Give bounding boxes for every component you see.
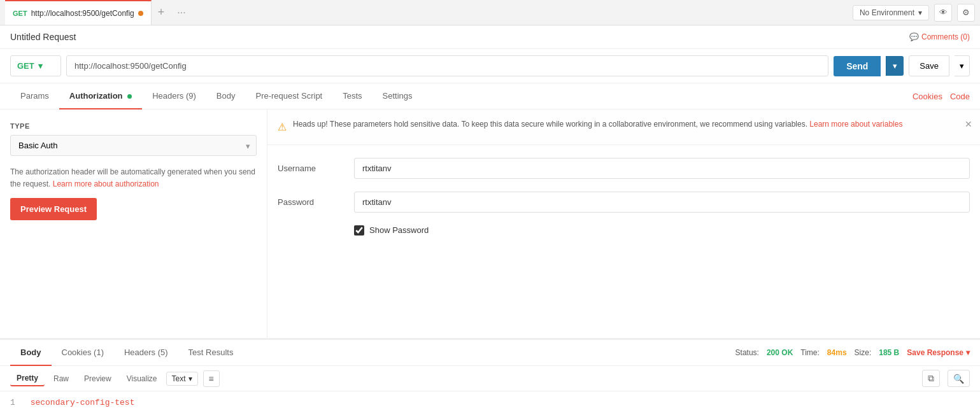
type-label: TYPE <box>10 122 257 130</box>
password-input[interactable] <box>354 192 970 213</box>
username-input[interactable] <box>354 158 970 179</box>
tab-body[interactable]: Body <box>206 83 246 109</box>
learn-more-auth-link[interactable]: Learn more about authorization <box>53 179 159 188</box>
time-value: 84ms <box>827 348 847 357</box>
main-content: TYPE Basic Auth The authorization header… <box>0 109 980 339</box>
tab-prerequest[interactable]: Pre-request Script <box>245 83 332 109</box>
tab-bar-right: No Environment ▾ 👁 ⚙ <box>853 4 975 22</box>
method-label: GET <box>17 61 34 71</box>
request-title: Untitled Request <box>10 32 76 42</box>
tab-bar: GET http://localhost:9500/getConfig + ··… <box>0 0 980 25</box>
format-label: Text <box>172 374 186 383</box>
response-tab-body[interactable]: Body <box>10 340 52 366</box>
tab-method: GET <box>13 10 27 17</box>
response-meta: Status: 200 OK Time: 84ms Size: 185 B Sa… <box>735 348 970 357</box>
username-field-row: Username <box>278 158 970 179</box>
eye-icon: 👁 <box>939 8 948 17</box>
cookies-link[interactable]: Cookies <box>913 92 942 101</box>
save-button[interactable]: Save <box>909 55 949 76</box>
wrap-icon: ≡ <box>209 374 214 384</box>
response-format-bar: Pretty Raw Preview Visualize Text ▾ ≡ ⧉ … <box>0 366 980 391</box>
gear-icon-button[interactable]: ⚙ <box>957 4 975 22</box>
save-dropdown-button[interactable]: ▾ <box>955 55 970 76</box>
add-tab-button[interactable]: + <box>152 6 171 19</box>
comment-icon: 💬 <box>909 32 919 41</box>
send-button[interactable]: Send <box>834 56 881 76</box>
more-tabs-button[interactable]: ··· <box>171 7 192 18</box>
username-label: Username <box>278 164 354 173</box>
tab-modified-dot <box>138 11 143 16</box>
comments-label: Comments (0) <box>921 32 970 41</box>
line-number: 1 <box>10 398 15 407</box>
tab-authorization[interactable]: Authorization <box>59 83 142 109</box>
sensitive-data-alert: ⚠ Heads up! These parameters hold sensit… <box>267 109 980 145</box>
tab-settings[interactable]: Settings <box>373 83 423 109</box>
size-label: Size: <box>855 348 872 357</box>
response-tabs-nav: Body Cookies (1) Headers (5) Test Result… <box>0 340 980 366</box>
tabs-nav-left: Params Authorization Headers (9) Body Pr… <box>10 83 913 109</box>
save-response-button[interactable]: Save Response ▾ <box>907 348 970 357</box>
gear-icon: ⚙ <box>962 8 970 17</box>
env-chevron-icon: ▾ <box>918 8 922 17</box>
auth-fields: Username Password Show Password <box>267 145 980 248</box>
auth-right-panel: ⚠ Heads up! These parameters hold sensit… <box>267 109 980 338</box>
eye-icon-button[interactable]: 👁 <box>934 4 952 22</box>
format-select[interactable]: Text ▾ <box>166 372 198 386</box>
fmt-tab-preview[interactable]: Preview <box>78 372 118 386</box>
time-label: Time: <box>800 348 820 357</box>
show-password-checkbox[interactable] <box>354 225 364 236</box>
env-label: No Environment <box>860 8 914 17</box>
bottom-section: Body Cookies (1) Headers (5) Test Result… <box>0 339 980 414</box>
save-response-chevron-icon: ▾ <box>966 348 970 357</box>
show-password-row: Show Password <box>354 225 970 236</box>
auth-left-panel: TYPE Basic Auth The authorization header… <box>0 109 267 338</box>
password-field-row: Password <box>278 192 970 213</box>
type-select[interactable]: Basic Auth <box>10 135 257 156</box>
tabs-nav-right: Cookies Code <box>913 92 970 101</box>
show-password-label: Show Password <box>369 225 429 235</box>
response-tab-cookies[interactable]: Cookies (1) <box>52 340 114 366</box>
size-value: 185 B <box>879 348 899 357</box>
type-select-wrapper: Basic Auth <box>10 135 257 156</box>
search-icon: 🔍 <box>953 374 964 384</box>
comments-button[interactable]: 💬 Comments (0) <box>909 32 970 41</box>
send-dropdown-button[interactable]: ▾ <box>886 56 904 76</box>
wrap-lines-button[interactable]: ≡ <box>203 370 220 387</box>
fmt-tab-pretty[interactable]: Pretty <box>10 371 45 386</box>
copy-response-button[interactable]: ⧉ <box>922 370 940 387</box>
preview-request-button[interactable]: Preview Request <box>10 198 97 220</box>
response-body: 1 secondary-config-test <box>0 391 980 414</box>
request-title-bar: Untitled Request 💬 Comments (0) <box>0 25 980 49</box>
learn-more-variables-link[interactable]: Learn more about variables <box>809 120 902 129</box>
auth-description: The authorization header will be automat… <box>10 166 257 190</box>
url-input[interactable] <box>66 55 828 76</box>
alert-icon: ⚠ <box>278 119 287 136</box>
format-chevron-icon: ▾ <box>188 374 192 383</box>
fmt-tab-raw[interactable]: Raw <box>47 372 75 386</box>
auth-active-dot <box>127 94 132 99</box>
status-label: Status: <box>735 348 759 357</box>
response-tab-headers[interactable]: Headers (5) <box>114 340 178 366</box>
url-bar: GET ▾ Send ▾ Save ▾ <box>0 49 980 83</box>
request-tabs-nav: Params Authorization Headers (9) Body Pr… <box>0 83 980 109</box>
tab-tests[interactable]: Tests <box>332 83 372 109</box>
tab-headers[interactable]: Headers (9) <box>142 83 206 109</box>
method-select[interactable]: GET ▾ <box>10 55 61 76</box>
request-tab[interactable]: GET http://localhost:9500/getConfig <box>5 0 152 25</box>
fmt-tab-visualize[interactable]: Visualize <box>120 372 164 386</box>
code-link[interactable]: Code <box>950 92 970 101</box>
environment-select[interactable]: No Environment ▾ <box>853 5 929 20</box>
response-tab-test-results[interactable]: Test Results <box>178 340 244 366</box>
alert-close-button[interactable]: ✕ <box>965 117 972 131</box>
status-value: 200 OK <box>767 348 793 357</box>
response-format-right: ⧉ 🔍 <box>920 370 970 387</box>
response-code-text: secondary-config-test <box>31 398 135 407</box>
method-chevron-icon: ▾ <box>38 61 43 71</box>
password-label: Password <box>278 197 354 207</box>
copy-icon: ⧉ <box>928 373 934 383</box>
tab-params[interactable]: Params <box>10 83 59 109</box>
alert-text: Heads up! These parameters hold sensitiv… <box>293 118 902 130</box>
tab-url: http://localhost:9500/getConfig <box>31 9 134 18</box>
search-response-button[interactable]: 🔍 <box>948 370 970 387</box>
